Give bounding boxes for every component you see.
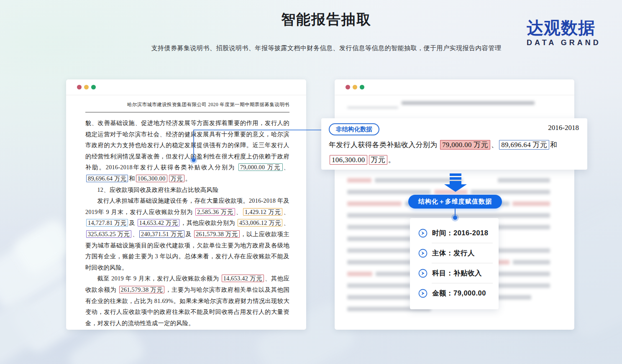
arrow-circle-icon [418,229,427,238]
doc-paragraph: 截至 2019 年 9 月末，发行人应收账款余额为 14,653.42 万元、其… [85,273,289,328]
doc-text: 及 [129,219,136,226]
extracted-value: 453,006.12 万元 [238,219,283,227]
arrow-circle-icon [418,289,427,298]
document-header-title: 哈尔滨市城市建设投资集团有限公司 2020 年度第一期中期票据募集说明书 [85,102,289,112]
redacted-text-line [347,201,402,206]
doc-text: 、 [236,209,242,215]
redacted-text-line [471,190,550,194]
extracted-value: 万元 [369,155,388,165]
extracted-value: 14,653.42 万元 [138,219,179,227]
field-label-value: 金额：79,000.00 [432,289,486,298]
doc-paragraphs: 貌、改善基础设施、促进地方经济发展等方面发挥着重要的作用，发行人的稳定运营对于哈… [85,117,289,328]
extracted-value: 261,579.38 万元 [119,286,165,293]
doc-text: 12、应收款项回收及政府往来款占比较高风险 [97,186,218,193]
extracted-value: 325,635.25 万元 [86,230,131,238]
doc-paragraph: 12、应收款项回收及政府往来款占比较高风险 [85,184,289,196]
doc-text: 截至 2019 年 9 月末，发行人应收账款余额为 [97,275,220,282]
structured-field-row: 科目：补贴收入 [418,263,493,283]
structured-fields: 时间：2016-2018主体：发行人科目：补贴收入金额：79,000.00 [418,223,493,303]
extracted-value: 89,696.64 万元 [86,175,128,182]
unstructured-data-card: 非结构化数据 2016-2018 年发行人获得各类补贴收入分别为 79,000.… [321,118,587,170]
document-page: 哈尔滨市城市建设投资集团有限公司 2020 年度第一期中期票据募集说明书 貌、改… [66,95,306,328]
doc-text: 、 [132,231,138,237]
extracted-value: 14,727.81 万元 [86,219,128,227]
unstructured-data-badge: 非结构化数据 [329,123,379,135]
extracted-value: 万元 [169,175,184,182]
logo-cn-text: 达观数据 [527,18,602,37]
redacted-text-line [347,178,371,183]
logo-en-text: DATA GRAND [527,38,602,47]
redacted-text-line [347,190,431,194]
doc-text: 、 [283,219,289,226]
redacted-text-line [347,272,372,276]
structured-field-row: 主体：发行人 [418,243,493,263]
field-label-value: 科目：补贴收入 [432,269,482,278]
doc-text: 、 [491,141,498,149]
doc-text: 、 [284,164,290,171]
doc-paragraph: 发行人承担城市基础设施建设任务，存在大量应收款项。2016-2018 年及 20… [85,195,289,273]
window-maximize-dot [91,85,96,89]
doc-text: 。 [185,175,192,182]
doc-text: 及 [185,231,193,237]
card-date-label: 2016-2018 [548,124,579,132]
extracted-value: 79,000.00 万元 [238,163,283,171]
redacted-text-line [347,107,398,109]
redacted-text-line [402,101,535,105]
redacted-text-line [512,201,550,206]
doc-text: ，其他应收款分别为 [180,219,237,226]
extracted-value: 89,696.64 万元 [499,140,549,150]
extracted-value: 106,300.00 [136,175,167,182]
structured-field-row: 金额：79,000.00 [418,283,493,303]
doc-text: 。 [388,156,395,164]
window-titlebar [66,79,306,95]
structured-data-card: 时间：2016-2018主体：发行人科目：补贴收入金额：79,000.00 [410,218,499,309]
extracted-value: 1,429.12 万元 [243,208,283,216]
extracted-value: 14,653.42 万元 [222,275,264,282]
doc-text: 、 [283,209,289,215]
extracted-value: 240,371.51 万元 [139,230,184,238]
doc-text: 和 [129,175,135,182]
extracted-value: 2,585.36 万元 [195,208,235,216]
extracted-value: 106,300.00 [330,155,367,165]
doc-text: 年发行人获得各类补贴收入分别为 [329,141,439,149]
redacted-text-line [347,213,550,218]
arrow-circle-icon [418,269,427,278]
window-close-dot [77,85,82,89]
datagrand-logo: 达观数据 DATA GRAND [527,18,602,47]
redacted-text-line [498,178,550,183]
doc-paragraph: 貌、改善基础设施、促进地方经济发展等方面发挥着重要的作用，发行人的稳定运营对于哈… [85,117,289,184]
redacted-text-line [513,260,550,265]
arrow-circle-icon [418,249,427,258]
arrow-down-icon [444,173,467,193]
source-document-window: 哈尔滨市城市建设投资集团有限公司 2020 年度第一期中期票据募集说明书 貌、改… [66,79,306,330]
doc-text: 和 [550,141,557,149]
unstructured-text: 年发行人获得各类补贴收入分别为 79,000.00 万元、89,696.64 万… [329,137,581,168]
field-label-value: 主体：发行人 [432,249,475,258]
extracted-value: 261,579.38 万元 [194,230,239,238]
field-label-value: 时间：2016-2018 [432,229,488,238]
window-minimize-dot [84,85,89,89]
structured-data-badge: 结构化＋多维度赋值数据 [408,195,502,209]
structured-field-row: 时间：2016-2018 [418,223,493,243]
extracted-value: 79,000.00 万元 [440,140,490,150]
